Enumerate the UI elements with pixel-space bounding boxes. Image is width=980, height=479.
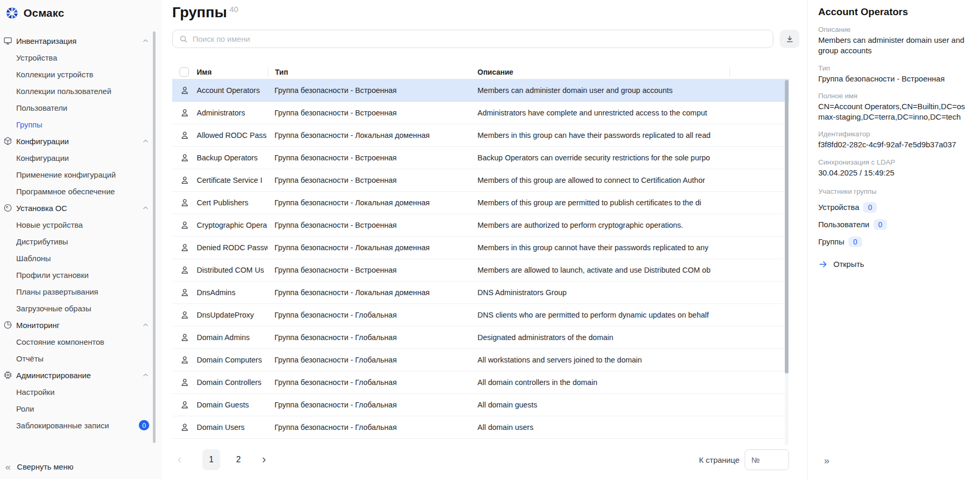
group-type-cell: Группа безопасности - Локальная доменная — [268, 243, 471, 252]
group-description-cell: DNS Administrators Group — [471, 288, 730, 297]
table-row[interactable]: Domain ComputersГруппа безопасности - Гл… — [172, 349, 789, 371]
table-row[interactable]: Allowed RODC PassГруппа безопасности - Л… — [172, 124, 789, 147]
search-input[interactable] — [193, 34, 767, 43]
pie-chart-icon — [3, 320, 13, 330]
details-field-value: Группа безопасности - Встроенная — [818, 74, 970, 84]
group-name-cell: Administrators — [197, 109, 268, 117]
collapse-panel-button[interactable]: » — [824, 455, 830, 465]
groups-count: 40 — [230, 5, 238, 14]
group-type-cell: Группа безопасности - Глобальная — [268, 423, 471, 431]
sidebar-item[interactable]: Коллекции пользователей — [0, 83, 157, 99]
group-type-cell: Группа безопасности - Глобальная — [268, 356, 471, 364]
user-icon — [172, 377, 197, 388]
open-group-button[interactable]: Открыть — [818, 260, 970, 269]
select-all-checkbox[interactable] — [180, 67, 189, 77]
table-row[interactable]: AdministratorsГруппа безопасности - Встр… — [172, 102, 789, 124]
user-icon — [172, 197, 197, 208]
collapse-menu-icon: « — [5, 462, 11, 472]
table-header-row: Имя Тип Описание — [172, 65, 789, 79]
sidebar-item[interactable]: Планы развертывания — [0, 283, 157, 300]
sidebar-section-4[interactable]: Администрирование — [0, 367, 157, 383]
sidebar-item[interactable]: Профили установки — [0, 266, 157, 283]
sidebar-item[interactable]: Загрузочные образы — [0, 300, 157, 317]
group-description-cell: All domain users — [471, 423, 730, 431]
table-row[interactable]: Denied RODC PasswГруппа безопасности - Л… — [172, 237, 789, 259]
sidebar-item-label: Планы развертывания — [16, 287, 149, 296]
table-body: Account OperatorsГруппа безопасности - В… — [172, 79, 789, 446]
sidebar-item[interactable]: Применение конфигураций — [0, 166, 157, 183]
group-type-cell: Группа безопасности - Глобальная — [268, 401, 471, 409]
table-row[interactable]: Cert PublishersГруппа безопасности - Лок… — [172, 192, 789, 214]
sidebar-item-label: Программное обеспечение — [16, 187, 149, 196]
sidebar-item[interactable]: Программное обеспечение — [0, 183, 157, 200]
table-row[interactable]: Domain UsersГруппа безопасности - Глобал… — [172, 416, 789, 439]
group-type-cell: Группа безопасности - Встроенная — [268, 221, 471, 229]
sidebar-scrollbar[interactable] — [153, 31, 156, 443]
sidebar-section-0[interactable]: Инвентаризация — [0, 32, 157, 49]
chevron-up-icon — [142, 321, 149, 329]
sidebar-item[interactable]: Состояние компонентов — [0, 333, 157, 350]
goto-page-input[interactable] — [745, 449, 789, 470]
sidebar-item-label: Коллекции пользователей — [16, 87, 149, 96]
sidebar-item[interactable]: Отчёты — [0, 350, 157, 367]
details-field-value: f3f8fd02-282c-4c9f-92af-7e5d9b37a037 — [818, 139, 970, 150]
member-count-row: Пользователи0 — [818, 219, 970, 230]
collapse-menu-button[interactable]: « Свернуть меню — [5, 462, 74, 472]
chip-icon — [3, 370, 13, 380]
page-button-2[interactable]: 2 — [230, 449, 247, 470]
details-field: Синхронизация с LDAP30.04.2025 / 15:49:2… — [818, 158, 970, 178]
sidebar-item[interactable]: Коллекции устройств — [0, 66, 157, 83]
sidebar-section-2[interactable]: Установка ОС — [0, 200, 157, 216]
group-name-cell: Domain Computers — [197, 356, 268, 364]
table-row[interactable]: DnsAdminsГруппа безопасности - Локальная… — [172, 282, 789, 304]
sidebar-item[interactable]: Роли — [0, 400, 157, 417]
group-type-cell: Группа безопасности - Встроенная — [268, 154, 471, 162]
table-scrollbar[interactable] — [785, 80, 788, 373]
group-description-cell: Members of this group are permitted to p… — [471, 198, 730, 207]
sidebar-section-3[interactable]: Мониторинг — [0, 317, 157, 333]
sidebar-item[interactable]: Шаблоны — [0, 250, 157, 266]
sidebar-item[interactable]: Группы — [0, 116, 157, 133]
goto-page-label: К странице — [699, 455, 739, 464]
user-icon — [172, 85, 197, 96]
table-row[interactable]: DnsUpdateProxyГруппа безопасности - Глоб… — [172, 304, 789, 326]
details-field-value: Members can administer domain user and g… — [818, 35, 970, 56]
user-icon — [172, 153, 197, 163]
table-row[interactable]: Domain AdminsГруппа безопасности - Глоба… — [172, 326, 789, 349]
search-icon — [179, 34, 188, 43]
group-type-cell: Группа безопасности - Глобальная — [268, 311, 471, 319]
page-button-1[interactable]: 1 — [202, 449, 220, 470]
table-row[interactable]: Domain ControllersГруппа безопасности - … — [172, 371, 789, 394]
table-row[interactable]: Domain GuestsГруппа безопасности - Глоба… — [172, 394, 789, 416]
column-header-type: Тип — [268, 67, 471, 77]
user-icon — [172, 332, 197, 343]
details-panel: Account Operators ОписаниеMembers can ad… — [807, 0, 980, 479]
sidebar-item[interactable]: Заблокированные записи0 — [0, 417, 157, 434]
sidebar-section-1[interactable]: Конфигурации — [0, 133, 157, 149]
sidebar-item[interactable]: Новые устройства — [0, 216, 157, 233]
export-button[interactable] — [780, 30, 799, 48]
table-row[interactable]: Account OperatorsГруппа безопасности - В… — [172, 79, 789, 102]
sidebar-item[interactable]: Дистрибутивы — [0, 233, 157, 250]
user-icon — [172, 400, 197, 410]
sidebar-item-label: Устройства — [16, 53, 149, 62]
sidebar-item[interactable]: Конфигурации — [0, 149, 157, 166]
sidebar-item[interactable]: Настройки — [0, 383, 157, 400]
user-icon — [172, 220, 197, 230]
next-page-button[interactable]: › — [257, 449, 271, 470]
sidebar-item[interactable]: Устройства — [0, 49, 157, 66]
table-row[interactable]: Cryptographic OperaГруппа безопасности -… — [172, 214, 789, 237]
table-row[interactable]: Distributed COM UsГруппа безопасности - … — [172, 259, 789, 282]
table-row[interactable]: Backup OperatorsГруппа безопасности - Вс… — [172, 147, 789, 169]
collapse-menu-label: Свернуть меню — [17, 462, 74, 471]
sidebar-item[interactable]: Пользователи — [0, 99, 157, 116]
prev-page-button[interactable]: ‹ — [172, 449, 187, 470]
column-header-name: Имя — [197, 68, 268, 76]
group-description-cell: Members can administer domain user and g… — [471, 86, 730, 95]
group-members-label: Участники группы — [818, 188, 970, 195]
sidebar-section-label: Конфигурации — [16, 137, 142, 146]
table-row[interactable]: Certificate Service IГруппа безопасности… — [172, 169, 789, 192]
table-row[interactable]: Enterprise AdminsГруппа безопасности - У… — [172, 439, 789, 446]
details-field-value: CN=Account Operators,CN=Builtin,DC=osmax… — [818, 101, 970, 123]
group-type-cell: Группа безопасности - Встроенная — [268, 109, 471, 117]
